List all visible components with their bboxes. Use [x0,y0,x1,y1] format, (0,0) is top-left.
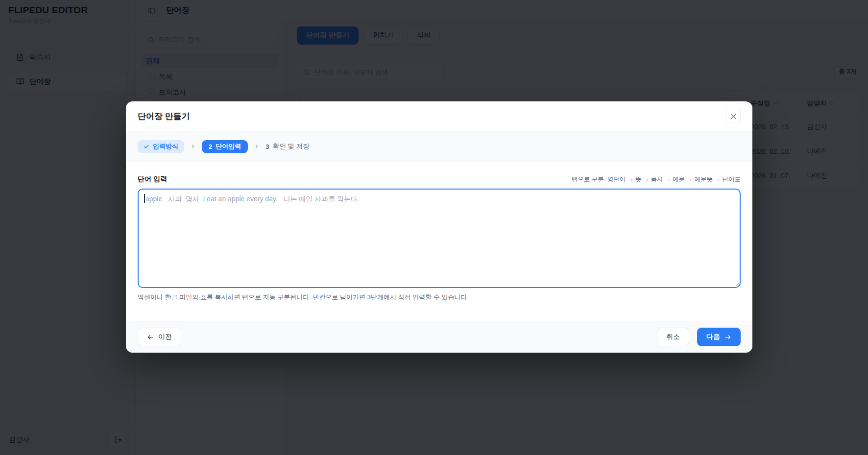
step-indicator: 입력방식 2 단어입력 3 확인 및 저장 [126,131,752,162]
arrow-right-icon [724,334,731,341]
close-button[interactable] [726,109,741,123]
prev-button-label: 이전 [158,333,172,341]
cancel-button[interactable]: 취소 [657,328,689,346]
next-button-label: 다음 [706,333,720,341]
prev-button[interactable]: 이전 [138,328,181,346]
footer-actions: 취소 다음 [657,328,741,346]
chevron-right-icon [254,144,260,149]
word-input-textarea[interactable] [138,189,741,288]
check-icon [144,144,149,149]
step-label: 확인 및 저장 [273,142,310,151]
chevron-right-icon [190,144,196,149]
text-caret [144,194,145,203]
next-button[interactable]: 다음 [697,328,741,346]
tab-format-hint: 탭으로 구분: 영단어 → 뜻 → 품사 → 예문 → 예문뜻 → 난이도 [572,175,741,184]
field-label-row: 단어 입력 탭으로 구분: 영단어 → 뜻 → 품사 → 예문 → 예문뜻 → … [138,175,741,184]
app-root: FLIPEDU EDITOR flipedu 이용안내 학습지 단어장 김강사 … [0,0,868,455]
create-vocab-modal: 단어장 만들기 입력방식 2 단어입력 3 확인 및 저장 [126,101,752,353]
modal-header: 단어장 만들기 [126,101,752,131]
step-word-entry[interactable]: 2 단어입력 [202,140,248,153]
word-input-label: 단어 입력 [138,175,167,184]
close-icon [730,113,737,120]
step-input-method[interactable]: 입력방식 [138,140,184,153]
step-label: 단어입력 [216,142,241,151]
arrow-left-icon [147,334,154,341]
paste-helper-text: 엑셀이나 한글 파일의 표를 복사하면 탭으로 자동 구분됩니다. 빈칸으로 넘… [138,293,741,302]
word-textarea-wrap [138,189,741,288]
step-number: 3 [265,143,269,150]
step-number: 2 [209,143,212,150]
modal-body: 단어 입력 탭으로 구분: 영단어 → 뜻 → 품사 → 예문 → 예문뜻 → … [126,162,752,321]
step-confirm-save[interactable]: 3 확인 및 저장 [265,142,310,151]
step-label: 입력방식 [153,142,178,151]
modal-footer: 이전 취소 다음 [126,321,752,353]
modal-title: 단어장 만들기 [138,111,190,122]
